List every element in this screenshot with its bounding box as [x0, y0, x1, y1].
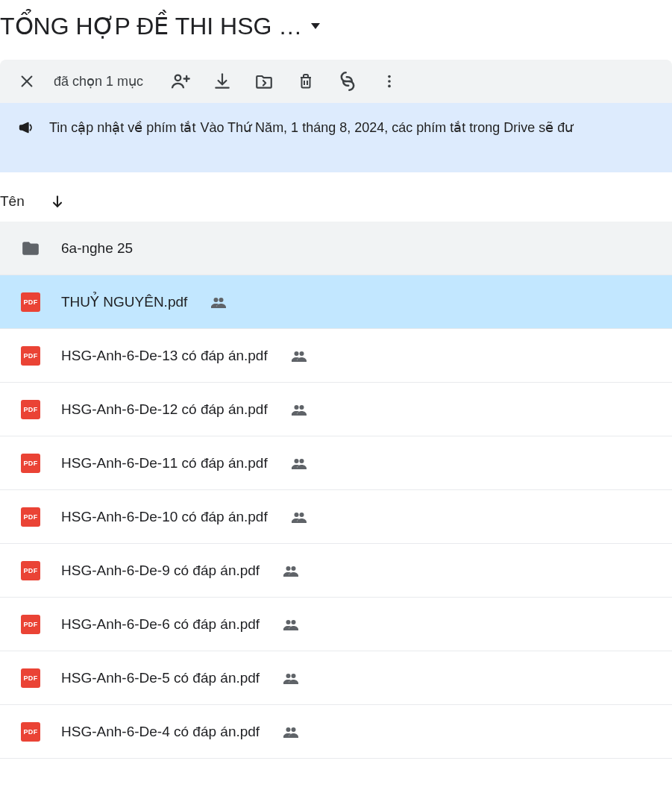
- svg-point-10: [388, 80, 391, 83]
- shared-icon: [282, 669, 300, 687]
- svg-point-13: [214, 298, 219, 302]
- file-row[interactable]: PDFHSG-Anh-6-De-11 có đáp án.pdf: [0, 436, 672, 490]
- download-icon: [213, 72, 232, 91]
- banner-text: Tin cập nhật về phím tắtVào Thứ Năm, 1 t…: [49, 118, 573, 138]
- close-selection-button[interactable]: [9, 63, 45, 99]
- shared-icon: [282, 723, 300, 741]
- announcement-icon: [18, 119, 34, 136]
- svg-point-27: [286, 674, 291, 678]
- pdf-icon: PDF: [21, 454, 40, 473]
- download-button[interactable]: [204, 63, 240, 99]
- pdf-icon: PDF: [21, 400, 40, 419]
- file-row[interactable]: PDFTHUỶ NGUYÊN.pdf: [0, 275, 672, 329]
- shared-icon: [210, 293, 227, 311]
- selection-action-bar: đã chọn 1 mục: [0, 60, 672, 103]
- pdf-icon: PDF: [21, 507, 40, 527]
- file-row[interactable]: PDFHSG-Anh-6-De-6 có đáp án.pdf: [0, 598, 672, 651]
- svg-point-25: [286, 620, 291, 624]
- delete-button[interactable]: [288, 63, 324, 99]
- link-icon: [337, 71, 358, 92]
- file-name-label: HSG-Anh-6-De-9 có đáp án.pdf: [61, 563, 260, 579]
- svg-point-30: [292, 727, 296, 732]
- file-name-label: HSG-Anh-6-De-6 có đáp án.pdf: [61, 616, 260, 633]
- column-name-header[interactable]: Tên: [0, 193, 25, 210]
- shared-icon: [282, 562, 300, 580]
- trash-icon: [297, 72, 315, 90]
- svg-point-19: [294, 459, 298, 463]
- svg-point-24: [292, 566, 296, 571]
- move-button[interactable]: [246, 63, 282, 99]
- banner-body: Vào Thứ Năm, 1 tháng 8, 2024, các phím t…: [200, 120, 573, 135]
- arrow-down-icon: [50, 194, 65, 209]
- pdf-icon: PDF: [21, 615, 40, 634]
- file-row[interactable]: PDFHSG-Anh-6-De-4 có đáp án.pdf: [0, 705, 672, 759]
- svg-point-9: [388, 75, 391, 78]
- shared-icon: [290, 401, 308, 419]
- shared-icon: [290, 508, 308, 526]
- pdf-icon: PDF: [21, 346, 40, 366]
- close-icon: [19, 73, 35, 90]
- svg-point-15: [294, 351, 298, 356]
- file-name-label: HSG-Anh-6-De-12 có đáp án.pdf: [61, 401, 268, 418]
- selection-count-label: đã chọn 1 mục: [54, 73, 143, 90]
- sort-direction-button[interactable]: [50, 194, 65, 209]
- file-name-label: HSG-Anh-6-De-5 có đáp án.pdf: [61, 670, 260, 686]
- svg-point-26: [292, 620, 296, 624]
- move-folder-icon: [254, 72, 274, 91]
- svg-point-11: [388, 85, 391, 88]
- svg-point-29: [286, 727, 291, 732]
- pdf-icon: PDF: [21, 561, 40, 580]
- folder-icon: [21, 239, 40, 258]
- file-row[interactable]: PDFHSG-Anh-6-De-5 có đáp án.pdf: [0, 651, 672, 705]
- title-dropdown-icon[interactable]: [311, 23, 320, 29]
- svg-point-28: [292, 674, 296, 678]
- svg-point-21: [294, 513, 298, 517]
- file-name-label: 6a-nghe 25: [61, 240, 133, 257]
- more-actions-button[interactable]: [371, 63, 407, 99]
- pdf-icon: PDF: [21, 722, 40, 742]
- file-list: 6a-nghe 25PDFTHUỶ NGUYÊN.pdfPDFHSG-Anh-6…: [0, 222, 672, 759]
- get-link-button[interactable]: [330, 63, 365, 99]
- svg-point-20: [299, 459, 304, 463]
- file-name-label: HSG-Anh-6-De-10 có đáp án.pdf: [61, 509, 268, 525]
- folder-title: TỔNG HỢP ĐỀ THI HSG …: [0, 12, 302, 40]
- file-row[interactable]: PDFHSG-Anh-6-De-10 có đáp án.pdf: [0, 490, 672, 544]
- list-header: Tên: [0, 184, 672, 222]
- file-row[interactable]: PDFHSG-Anh-6-De-13 có đáp án.pdf: [0, 329, 672, 383]
- more-vert-icon: [381, 73, 398, 90]
- share-button[interactable]: [163, 63, 198, 99]
- file-name-label: HSG-Anh-6-De-13 có đáp án.pdf: [61, 348, 268, 364]
- file-row[interactable]: PDFHSG-Anh-6-De-12 có đáp án.pdf: [0, 383, 672, 436]
- file-name-label: HSG-Anh-6-De-11 có đáp án.pdf: [61, 455, 268, 472]
- file-row[interactable]: 6a-nghe 25: [0, 222, 672, 275]
- svg-point-14: [219, 298, 224, 302]
- shared-icon: [290, 454, 308, 472]
- svg-point-22: [299, 513, 304, 517]
- shared-icon: [282, 615, 300, 633]
- svg-point-23: [286, 566, 291, 571]
- file-row[interactable]: PDFHSG-Anh-6-De-9 có đáp án.pdf: [0, 544, 672, 598]
- banner-title: Tin cập nhật về phím tắt: [49, 120, 195, 135]
- folder-title-bar: TỔNG HỢP ĐỀ THI HSG …: [0, 0, 672, 46]
- pdf-icon: PDF: [21, 668, 40, 688]
- shared-icon: [290, 347, 308, 365]
- info-banner: Tin cập nhật về phím tắtVào Thứ Năm, 1 t…: [0, 103, 672, 172]
- svg-point-2: [175, 75, 180, 81]
- svg-point-16: [299, 351, 304, 356]
- file-name-label: HSG-Anh-6-De-4 có đáp án.pdf: [61, 724, 260, 740]
- file-name-label: THUỶ NGUYÊN.pdf: [61, 293, 187, 310]
- pdf-icon: PDF: [21, 292, 40, 312]
- svg-point-17: [294, 405, 298, 410]
- person-add-icon: [170, 71, 191, 92]
- svg-point-18: [299, 405, 304, 410]
